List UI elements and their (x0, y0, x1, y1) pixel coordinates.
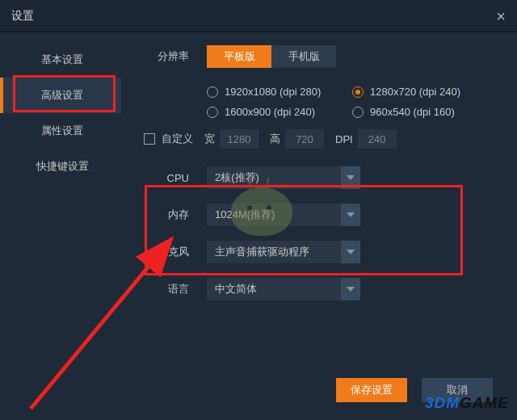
save-button[interactable]: 保存设置 (336, 378, 407, 402)
resolution-label: 分辨率 (144, 49, 189, 64)
radio-label: 1280x720 (dpi 240) (370, 86, 460, 98)
title-bar: 设置 × (0, 0, 517, 32)
sidebar-item-shortcuts[interactable]: 快捷键设置 (0, 149, 121, 184)
chevron-down-icon (341, 204, 360, 226)
height-label: 高 (270, 132, 280, 146)
radio-1600x900[interactable]: 1600x900 (dpi 240) (207, 106, 344, 118)
radio-icon (352, 107, 364, 118)
memory-label: 内存 (144, 208, 189, 222)
chevron-down-icon (341, 166, 360, 189)
lang-select[interactable]: 中文简体 (207, 278, 360, 300)
sidebar-item-advanced[interactable]: 高级设置 (0, 78, 121, 113)
radio-960x540[interactable]: 960x540 (dpi 160) (352, 106, 490, 118)
custom-checkbox[interactable] (144, 133, 155, 145)
custom-resolution-row: 自定义 宽 高 DPI (144, 129, 498, 149)
memory-select[interactable]: 1024M(推荐) (207, 204, 360, 226)
watermark: 3DMGAME (425, 394, 509, 412)
radio-1280x720[interactable]: 1280x720 (dpi 240) (352, 86, 490, 98)
dpi-label: DPI (335, 133, 353, 145)
sidebar-item-basic[interactable]: 基本设置 (0, 42, 121, 78)
radio-label: 960x540 (dpi 160) (370, 106, 455, 118)
tab-tablet[interactable]: 平板版 (207, 45, 271, 68)
watermark-part-a: 3DM (425, 394, 460, 411)
mic-label: 麦克风 (144, 245, 189, 259)
dpi-input[interactable] (358, 129, 397, 149)
chevron-down-icon (341, 278, 360, 300)
radio-icon (352, 86, 364, 98)
sidebar-item-attributes[interactable]: 属性设置 (0, 113, 121, 149)
resolution-mode-segmented: 平板版 手机版 (207, 45, 336, 68)
width-label: 宽 (204, 132, 215, 146)
tab-phone[interactable]: 手机版 (271, 45, 336, 68)
lang-select-value: 中文简体 (215, 282, 257, 296)
cpu-label: CPU (144, 172, 189, 184)
radio-label: 1600x900 (dpi 240) (225, 106, 315, 118)
watermark-part-b: GAME (460, 394, 509, 411)
custom-label: 自定义 (162, 132, 193, 146)
radio-icon (207, 107, 218, 118)
mic-select[interactable]: 主声音捕获驱动程序 (207, 241, 360, 263)
radio-icon (207, 86, 218, 98)
width-input[interactable] (220, 129, 258, 149)
radio-1920x1080[interactable]: 1920x1080 (dpi 280) (207, 86, 344, 98)
memory-select-value: 1024M(推荐) (215, 208, 275, 222)
cpu-select-value: 2核(推荐) (215, 170, 259, 185)
height-input[interactable] (285, 129, 324, 149)
chevron-down-icon (341, 241, 360, 263)
sidebar: 基本设置 高级设置 属性设置 快捷键设置 (0, 32, 121, 420)
resolution-radio-group: 1920x1080 (dpi 280) 1280x720 (dpi 240) 1… (207, 86, 498, 118)
main-panel: 分辨率 平板版 手机版 1920x1080 (dpi 280) 1280x720… (121, 32, 517, 420)
window-title: 设置 (11, 9, 34, 23)
mic-select-value: 主声音捕获驱动程序 (215, 245, 309, 259)
cpu-select[interactable]: 2核(推荐) (207, 166, 360, 189)
close-icon[interactable]: × (496, 8, 506, 24)
radio-label: 1920x1080 (dpi 280) (225, 86, 321, 98)
lang-label: 语言 (144, 282, 189, 296)
